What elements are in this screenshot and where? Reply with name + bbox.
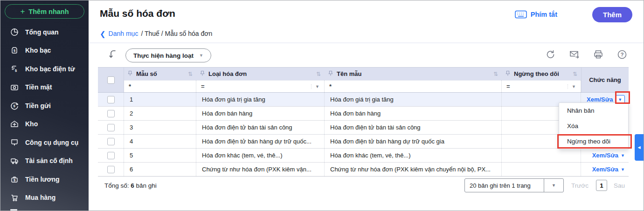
cell-chuc-nang: Xem/Sửa ▼	[581, 149, 629, 162]
sort-arrows-icon[interactable]: ⇅	[316, 71, 321, 77]
context-menu-duplicate[interactable]: Nhân bản	[559, 103, 628, 118]
sidebar-item-mua-hang[interactable]: Mua hàng	[0, 189, 89, 207]
sidebar-item-label: Tiền mặt	[25, 83, 52, 91]
table-header: Mẫu số ⇅ Loại hóa đơn ⇅ Tên mẫu ⇅ Ngừng …	[98, 67, 629, 93]
sort-arrows-icon[interactable]: ⇅	[493, 71, 498, 77]
context-menu-stop-tracking[interactable]: Ngừng theo dõi	[559, 134, 628, 149]
cell-mau-so: 4	[124, 135, 196, 148]
sort-arrows-icon[interactable]: ⇅	[188, 71, 193, 77]
sidebar-item-cong-cu-dung-cu[interactable]: Công cụ dụng cụ	[0, 133, 89, 152]
cell-loai-hoa-don: Chứng từ như hóa đơn (PXK kiêm vận...	[196, 163, 325, 176]
chevron-down-icon: ▼	[199, 53, 203, 58]
refresh-icon[interactable]	[545, 49, 556, 60]
sidebar-item-label: Tiền lương	[25, 176, 60, 183]
keyboard-icon	[515, 10, 527, 19]
pie-chart-icon	[10, 27, 19, 37]
table-row[interactable]: 1 Hóa đơn giá trị gia tăng Hóa đơn giá t…	[98, 93, 629, 107]
quick-add-button[interactable]: + Thêm nhanh	[5, 4, 84, 19]
pagination-next[interactable]: Sau	[614, 182, 625, 189]
row-checkbox[interactable]	[107, 138, 115, 145]
batch-action-label: Thực hiện hàng loạt	[133, 52, 194, 59]
sidebar-item-label: Kho	[25, 120, 38, 128]
sort-arrows-icon[interactable]: ⇅	[573, 71, 577, 77]
plus-icon: +	[20, 7, 25, 16]
pin-icon	[128, 70, 132, 78]
sidebar-item-tien-gui[interactable]: $ Tiền gửi	[0, 96, 89, 115]
chevron-down-icon[interactable]: ▼	[568, 84, 576, 89]
pagination-prev[interactable]: Trước	[571, 182, 589, 189]
svg-text:$: $	[13, 104, 15, 108]
pagination-current-page[interactable]: 1	[596, 180, 607, 191]
table-row[interactable]: 3 Hóa đơn điện tử bán tài sản công Hóa đ…	[98, 121, 629, 135]
help-icon[interactable]: ?	[616, 49, 628, 60]
sidebar-item-tien-luong[interactable]: $ Tiền lương	[0, 170, 89, 189]
cell-loai-hoa-don: Hóa đơn giá trị gia tăng	[196, 93, 325, 106]
cell-ten-mau: Hóa đơn điện tử bán tài sản công	[325, 121, 502, 134]
page-size-dropdown[interactable]: 20 bản ghi trên 1 trang ▼	[464, 178, 564, 192]
select-all-checkbox[interactable]	[107, 76, 115, 84]
add-button[interactable]: Thêm	[592, 7, 632, 22]
row-checkbox[interactable]	[107, 124, 115, 131]
shortcut-button[interactable]: Phím tắt	[515, 10, 557, 19]
sidebar-item-tai-san-co-dinh[interactable]: Tài sản cố định	[0, 152, 89, 170]
filter-ten-mau[interactable]: *	[325, 80, 502, 92]
sidebar-item-kho-bac[interactable]: $ Kho bạc	[0, 41, 89, 60]
chevron-down-icon[interactable]: ▼	[311, 84, 319, 89]
e-treasury-icon: $	[10, 64, 19, 74]
view-edit-link[interactable]: Xem/Sửa	[587, 96, 613, 103]
batch-action-dropdown[interactable]: Thực hiện hàng loạt ▼	[125, 48, 211, 62]
sort-descending-icon[interactable]	[108, 49, 119, 60]
cell-mau-so: 2	[124, 107, 196, 120]
sidebar-item-tong-quan[interactable]: Tổng quan	[0, 23, 89, 41]
cell-mau-so: 5	[124, 149, 196, 162]
collapse-panel-tab[interactable]: ◀	[635, 134, 644, 161]
filter-ngung-theo-doi[interactable]: =▼	[502, 80, 581, 92]
pin-icon	[506, 70, 510, 78]
truck-icon	[10, 156, 19, 165]
column-header-ten-mau[interactable]: Tên mẫu ⇅	[325, 68, 502, 80]
chevron-down-icon[interactable]: ▼	[621, 153, 625, 158]
table-row[interactable]: 5 Hóa đơn khác (tem, vé, thẻ...) Hóa đơn…	[98, 149, 629, 163]
row-checkbox[interactable]	[107, 96, 115, 103]
column-header-ngung-theo-doi[interactable]: Ngừng theo dõi ⇅	[502, 68, 581, 80]
shopping-cart-icon	[10, 193, 19, 202]
column-header-chuc-nang: Chức năng	[581, 68, 629, 92]
table-body: 1 Hóa đơn giá trị gia tăng Hóa đơn giá t…	[98, 93, 629, 177]
sidebar-item-kho[interactable]: Kho	[0, 115, 89, 134]
printer-icon[interactable]	[593, 49, 604, 60]
view-edit-link[interactable]: Xem/Sửa	[592, 152, 618, 159]
view-edit-link[interactable]: Xem/Sửa	[592, 166, 618, 173]
chevron-down-icon[interactable]: ▼	[621, 167, 625, 172]
invoice-template-table: Mẫu số ⇅ Loại hóa đơn ⇅ Tên mẫu ⇅ Ngừng …	[98, 67, 629, 177]
table-row[interactable]: 6 Chứng từ như hóa đơn (PXK kiêm vận... …	[98, 163, 629, 177]
chevron-left-icon: ❮	[100, 30, 106, 37]
row-checkbox[interactable]	[107, 110, 115, 117]
filter-mau-so[interactable]: *	[124, 80, 196, 92]
breadcrumb-back-link[interactable]: ❮ Danh mục	[100, 30, 138, 37]
cell-ten-mau: Hóa đơn bán hàng	[325, 107, 502, 120]
sidebar-item-tien-mat[interactable]: Tiền mặt	[0, 78, 89, 97]
table-row[interactable]: 2 Hóa đơn bán hàng Hóa đơn bán hàng	[98, 107, 629, 121]
svg-text:?: ?	[621, 52, 624, 57]
table-row[interactable]: 4 Hóa đơn điện tử bán hàng dự trữ quốc..…	[98, 135, 629, 149]
sidebar-item-label: Tổng quan	[25, 28, 59, 36]
breadcrumb: ❮ Danh mục / Thuế / Mẫu số hóa đơn	[100, 30, 212, 37]
cell-chuc-nang: Xem/Sửa ▼	[581, 163, 629, 176]
row-checkbox[interactable]	[107, 166, 115, 173]
cell-ten-mau: Hóa đơn khác (tem, vé, thẻ...)	[325, 149, 502, 162]
warehouse-icon	[10, 119, 19, 129]
sidebar-item-kho-bac-dien-tu[interactable]: $ Kho bạc điện tử	[0, 60, 89, 78]
column-header-mau-so[interactable]: Mẫu số ⇅	[124, 68, 196, 80]
cell-loai-hoa-don: Hóa đơn bán hàng	[196, 107, 325, 120]
context-menu-delete[interactable]: Xóa	[559, 118, 628, 134]
pin-icon	[200, 70, 205, 78]
mail-send-icon[interactable]	[569, 49, 580, 60]
sidebar-item-label: Tài sản cố định	[25, 157, 73, 164]
column-header-loai-hoa-don[interactable]: Loại hóa đơn ⇅	[196, 68, 325, 80]
cell-ten-mau: Hóa đơn điện tử bán hàng dự trữ quốc gia	[325, 135, 502, 148]
row-checkbox[interactable]	[107, 152, 115, 159]
row-context-menu: Nhân bản Xóa Ngừng theo dõi	[559, 102, 629, 150]
cell-loai-hoa-don: Hóa đơn khác (tem, vé, thẻ...)	[196, 149, 325, 162]
sidebar-item-label: Kho bạc điện tử	[25, 65, 75, 73]
filter-loai-hoa-don[interactable]: =▼	[196, 80, 325, 92]
